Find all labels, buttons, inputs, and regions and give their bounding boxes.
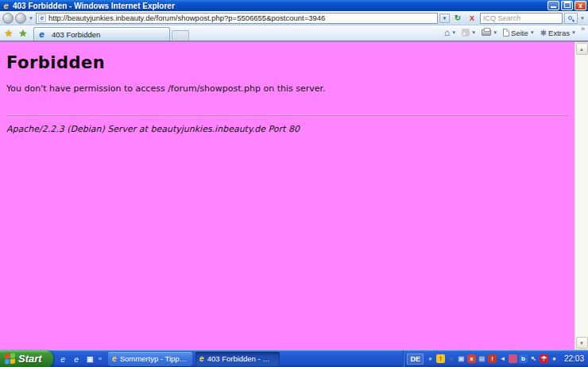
messenger-blue-icon[interactable]: ● <box>550 354 559 363</box>
close-button[interactable]: x <box>574 1 586 10</box>
tray-icons: ●!●▣x▤!◄b↖☂● <box>426 354 559 363</box>
task-label: Sommertyp - Tipps &... <box>120 354 188 363</box>
search-button[interactable] <box>564 13 578 24</box>
tools-menu-label: Extras <box>548 29 570 37</box>
taskbar: Start e e ▣ » e Sommertyp - Tipps &... e… <box>0 350 588 367</box>
network-globe-icon[interactable]: ● <box>426 354 435 363</box>
error-page: Forbidden You don't have permission to a… <box>0 42 574 350</box>
antivirus-umbrella-icon[interactable]: ☂ <box>540 354 548 363</box>
navigation-bar: ← → ▼ e http://beautyjunkies.inbeauty.de… <box>0 11 588 25</box>
task-ie-icon: e <box>199 354 204 363</box>
server-info: Apache/2.2.3 (Debian) Server at beautyju… <box>6 124 568 134</box>
search-dropdown-icon[interactable]: ▼ <box>579 16 586 21</box>
alert-red-icon[interactable]: ! <box>488 354 497 363</box>
gear-icon: ✱ <box>540 29 547 37</box>
address-bar[interactable]: e http://beautyjunkies.inbeauty.de/forum… <box>36 13 438 24</box>
language-indicator[interactable]: DE <box>407 353 424 365</box>
back-button[interactable]: ← <box>2 13 14 24</box>
address-dropdown-button[interactable]: ▼ <box>439 14 450 23</box>
stop-button[interactable]: X <box>466 13 478 24</box>
task-button-403-forbidden[interactable]: e 403 Forbidden - Wind... <box>195 352 280 366</box>
print-dropdown-icon: ▼ <box>493 30 497 35</box>
red-app-icon[interactable]: x <box>467 354 476 363</box>
quick-launch-overflow-chevron[interactable]: » <box>99 355 102 362</box>
scroll-up-button[interactable]: ▲ <box>576 43 588 55</box>
pointer-icon[interactable]: ↖ <box>529 354 538 363</box>
toolbar-overflow-chevron[interactable]: » <box>579 25 586 33</box>
quick-launch-ie-icon[interactable]: e <box>72 353 82 364</box>
volume-muted-icon[interactable]: ◄ <box>498 354 507 363</box>
feeds-button[interactable]: ▼ <box>459 25 478 40</box>
feeds-dropdown-icon: ▼ <box>471 30 476 35</box>
tab-403-forbidden[interactable]: e 403 Forbidden <box>33 27 170 41</box>
tab-ie-icon: e <box>37 30 46 39</box>
display-icon[interactable]: ▤ <box>478 354 486 363</box>
quick-launch-browser-icon[interactable]: e <box>58 353 68 364</box>
system-tray: DE ●!●▣x▤!◄b↖☂● 22:03 <box>403 350 588 367</box>
tools-menu-button[interactable]: ✱ Extras ▼ <box>538 25 578 40</box>
lan-connection-icon[interactable]: ▣ <box>457 354 466 363</box>
divider <box>6 114 568 116</box>
new-tab-button[interactable] <box>172 30 189 41</box>
error-message: You don't have permission to access /for… <box>6 83 568 94</box>
tools-dropdown-icon: ▼ <box>571 30 576 35</box>
task-button-sommertyp[interactable]: e Sommertyp - Tipps &... <box>108 352 192 366</box>
tab-label: 403 Forbidden <box>52 30 100 39</box>
search-input[interactable]: ICQ Search <box>480 13 563 24</box>
add-favorite-icon[interactable]: ★ <box>16 26 30 41</box>
task-ie-icon: e <box>112 354 117 363</box>
security-alert-icon[interactable]: ! <box>436 354 445 363</box>
page-favicon-icon: e <box>38 14 46 22</box>
task-label: 403 Forbidden - Wind... <box>207 354 276 363</box>
show-desktop-icon[interactable]: ▣ <box>85 353 95 364</box>
search-placeholder: ICQ Search <box>483 14 520 22</box>
taskbar-clock[interactable]: 22:03 <box>564 354 584 363</box>
home-icon: ⌂ <box>444 27 450 38</box>
favorites-star-icon[interactable]: ★ <box>2 26 16 41</box>
clock-utility-icon[interactable]: ● <box>447 354 455 363</box>
page-icon <box>503 29 509 37</box>
ie-logo-icon: e <box>2 2 10 10</box>
pink-app-icon[interactable] <box>509 354 517 363</box>
page-menu-button[interactable]: Seite ▼ <box>501 25 537 40</box>
vertical-scrollbar[interactable]: ▲ ▼ <box>574 42 588 350</box>
url-text[interactable]: http://beautyjunkies.inbeauty.de/forum/s… <box>48 14 435 22</box>
scroll-down-button[interactable]: ▼ <box>576 337 588 349</box>
magnifier-icon <box>568 16 572 20</box>
printer-icon <box>482 29 491 36</box>
print-button[interactable]: ▼ <box>479 25 500 40</box>
bluetooth-icon[interactable]: b <box>519 354 528 363</box>
history-dropdown-icon[interactable]: ▼ <box>28 16 34 21</box>
home-button[interactable]: ⌂ ▼ <box>442 25 458 40</box>
window-title: 403 Forbidden - Windows Internet Explore… <box>13 2 547 10</box>
start-button[interactable]: Start <box>0 350 53 367</box>
minimize-button[interactable] <box>547 1 559 10</box>
page-menu-label: Seite <box>511 29 528 37</box>
rss-feed-icon <box>462 29 470 37</box>
command-bar: ★ ★ e 403 Forbidden ⌂ ▼ ▼ ▼ Seite ▼ ✱ Ex… <box>0 25 588 41</box>
quick-launch-bar: e e ▣ » <box>53 353 106 364</box>
page-title: Forbidden <box>6 53 568 72</box>
forward-button[interactable]: → <box>15 13 26 24</box>
home-dropdown-icon: ▼ <box>451 30 456 35</box>
browser-viewport: Forbidden You don't have permission to a… <box>0 41 588 350</box>
title-bar: e 403 Forbidden - Windows Internet Explo… <box>0 0 588 11</box>
restore-button[interactable] <box>561 1 573 10</box>
refresh-button[interactable]: ↻ <box>451 13 464 24</box>
start-label: Start <box>18 353 42 365</box>
page-dropdown-icon: ▼ <box>530 30 535 35</box>
windows-logo-icon <box>5 353 15 365</box>
